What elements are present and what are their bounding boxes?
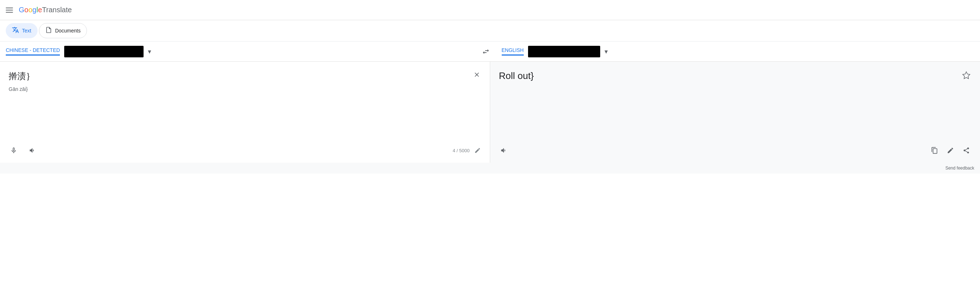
source-lang-section: CHINESE - DETECTED ▾ (6, 46, 479, 57)
tab-documents[interactable]: Documents (39, 23, 87, 38)
translation-panels: 擀渍｝ Gān zāi} (0, 62, 980, 163)
source-lang-other-options[interactable] (64, 46, 143, 57)
source-text-display[interactable]: 擀渍｝ (9, 70, 481, 82)
char-count-text: 4 / 5000 (453, 148, 469, 153)
language-bar: CHINESE - DETECTED ▾ ENGLISH ▾ (0, 41, 980, 62)
target-panel: Roll out} (490, 62, 980, 163)
target-lang-other-options[interactable] (528, 46, 600, 57)
edit-source-button[interactable] (473, 145, 483, 156)
documents-tab-icon (45, 26, 52, 35)
target-volume-button[interactable] (497, 144, 511, 157)
copy-translation-button[interactable] (928, 144, 941, 157)
source-lang-chevron-icon[interactable]: ▾ (148, 48, 151, 56)
target-lang-chevron-icon[interactable]: ▾ (605, 48, 608, 56)
tab-text[interactable]: Text (6, 23, 38, 38)
app-title: Translate (42, 6, 72, 14)
swap-languages-button[interactable] (479, 44, 493, 59)
char-count: 4 / 5000 (453, 145, 483, 156)
target-panel-bottom (497, 144, 973, 157)
source-lang-selected[interactable]: CHINESE - DETECTED (6, 47, 60, 56)
menu-icon[interactable] (6, 8, 13, 13)
send-feedback-link[interactable]: Send feedback (945, 165, 974, 171)
app-logo: Google Translate (19, 6, 72, 14)
source-panel-bottom: 4 / 5000 (7, 144, 483, 157)
page-footer: Send feedback (0, 163, 980, 173)
target-text-display: Roll out} (499, 70, 971, 81)
target-lang-section: ENGLISH ▾ (493, 46, 975, 57)
source-volume-button[interactable] (26, 144, 39, 157)
source-mic-button[interactable] (7, 144, 20, 157)
target-actions-right (928, 144, 973, 157)
source-romanized-text: Gān zāi} (9, 86, 481, 92)
tabs-row: Text Documents (0, 20, 980, 41)
share-translation-button[interactable] (960, 144, 973, 157)
source-actions (7, 144, 39, 157)
documents-tab-label: Documents (55, 28, 81, 33)
save-translation-button[interactable] (960, 69, 973, 82)
text-tab-label: Text (22, 28, 31, 33)
source-panel: 擀渍｝ Gān zāi} (0, 62, 490, 163)
app-header: Google Translate (0, 0, 980, 20)
translator-container: CHINESE - DETECTED ▾ ENGLISH ▾ 擀渍｝ Gān z… (0, 41, 980, 163)
clear-input-button[interactable] (471, 69, 483, 81)
target-lang-selected[interactable]: ENGLISH (502, 47, 524, 56)
text-tab-icon (12, 26, 19, 35)
edit-translation-button[interactable] (944, 144, 957, 157)
